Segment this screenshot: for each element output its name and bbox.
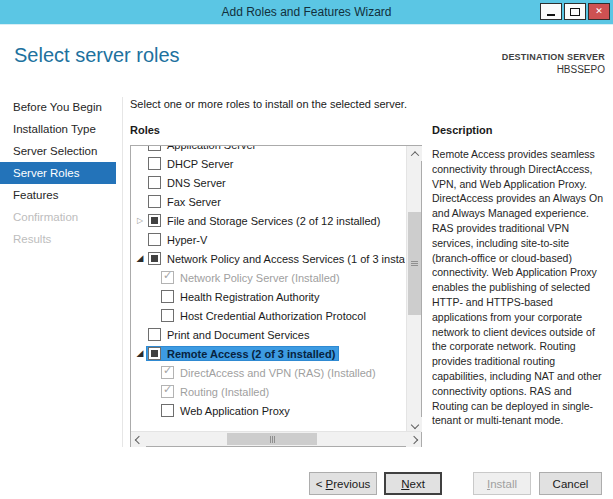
scroll-down-button[interactable]	[407, 417, 422, 432]
role-checkbox[interactable]	[148, 176, 161, 189]
role-label: Network Policy Server (Installed)	[180, 272, 340, 284]
destination-server-label: DESTINATION SERVER	[502, 52, 605, 62]
role-row[interactable]: DHCP Server	[131, 154, 405, 173]
chevron-right-icon	[409, 435, 417, 443]
close-button[interactable]: ✕	[588, 3, 610, 20]
scroll-grip-icon	[270, 436, 275, 443]
role-checkbox[interactable]	[148, 252, 161, 265]
role-row[interactable]: Routing (Installed)	[131, 382, 405, 401]
role-label: Network Policy and Access Services (1 of…	[167, 253, 405, 265]
role-checkbox[interactable]	[148, 347, 161, 360]
role-checkbox[interactable]	[148, 214, 161, 227]
sidebar-item-installation-type[interactable]: Installation Type	[0, 118, 122, 140]
maximize-button[interactable]	[564, 3, 586, 20]
role-label: DHCP Server	[167, 158, 233, 170]
role-row[interactable]: DNS Server	[131, 173, 405, 192]
role-label: Fax Server	[167, 196, 221, 208]
title-bar: Add Roles and Features Wizard ✕	[0, 0, 613, 25]
role-label: DirectAccess and VPN (RAS) (Installed)	[180, 367, 376, 379]
chevron-left-icon	[134, 435, 142, 443]
role-row[interactable]: ◢Network Policy and Access Services (1 o…	[131, 249, 405, 268]
horizontal-scrollbar[interactable]	[131, 431, 421, 446]
role-label: File and Storage Services (2 of 12 insta…	[167, 215, 380, 227]
role-checkbox[interactable]	[161, 290, 174, 303]
cancel-button[interactable]: Cancel	[539, 472, 602, 495]
role-row[interactable]: DirectAccess and VPN (RAS) (Installed)	[131, 363, 405, 382]
scroll-grip-icon	[411, 261, 418, 266]
roles-rows: Application ServerDHCP ServerDNS ServerF…	[131, 146, 405, 431]
description-label: Description	[432, 124, 493, 136]
role-label: Remote Access (2 of 3 installed)	[167, 348, 335, 360]
role-checkbox[interactable]	[148, 328, 161, 341]
sidebar-item-results: Results	[0, 228, 122, 250]
role-checkbox[interactable]	[161, 404, 174, 417]
role-checkbox[interactable]	[161, 385, 174, 398]
minimize-button[interactable]	[540, 3, 562, 20]
sidebar-divider	[122, 97, 123, 447]
close-icon: ✕	[595, 7, 603, 16]
role-row[interactable]: ▷File and Storage Services (2 of 12 inst…	[131, 211, 405, 230]
destination-server-value: HBSSEPO	[502, 64, 605, 75]
role-checkbox[interactable]	[148, 157, 161, 170]
role-label: Application Server	[167, 146, 256, 151]
collapse-arrow-icon[interactable]: ◢	[134, 344, 146, 363]
role-row[interactable]: Hyper-V	[131, 230, 405, 249]
collapse-arrow-icon[interactable]: ◢	[134, 249, 146, 268]
description-text: Remote Access provides seamless connecti…	[432, 147, 608, 428]
role-row[interactable]: Fax Server	[131, 192, 405, 211]
sidebar-item-confirmation: Confirmation	[0, 206, 122, 228]
role-row[interactable]: ◢Remote Access (2 of 3 installed)	[131, 344, 405, 363]
role-label: Host Credential Authorization Protocol	[180, 310, 366, 322]
role-row[interactable]: Host Credential Authorization Protocol	[131, 306, 405, 325]
role-checkbox[interactable]	[161, 271, 174, 284]
maximize-icon	[570, 8, 580, 16]
roles-list-label: Roles	[130, 124, 160, 136]
vertical-scrollbar[interactable]	[406, 146, 421, 432]
role-label: Print and Document Services	[167, 329, 309, 341]
role-row[interactable]: Health Registration Authority	[131, 287, 405, 306]
role-row[interactable]: Print and Document Services	[131, 325, 405, 344]
horizontal-scroll-thumb[interactable]	[227, 433, 317, 445]
role-checkbox[interactable]	[161, 366, 174, 379]
instruction-text: Select one or more roles to install on t…	[130, 98, 407, 110]
destination-server: DESTINATION SERVER HBSSEPO	[502, 52, 605, 75]
role-label: Health Registration Authority	[180, 291, 319, 303]
roles-list: Application ServerDHCP ServerDNS ServerF…	[130, 145, 422, 447]
role-checkbox[interactable]	[161, 309, 174, 322]
window-controls: ✕	[540, 3, 610, 20]
scroll-right-button[interactable]	[406, 432, 421, 447]
wizard-steps-sidebar: Before You BeginInstallation TypeServer …	[0, 96, 122, 250]
role-checkbox[interactable]	[148, 195, 161, 208]
role-row[interactable]: Network Policy Server (Installed)	[131, 268, 405, 287]
role-checkbox[interactable]	[148, 233, 161, 246]
chevron-up-icon	[410, 151, 418, 159]
sidebar-item-features[interactable]: Features	[0, 184, 122, 206]
role-checkbox[interactable]	[148, 146, 161, 151]
role-label: Hyper-V	[167, 234, 207, 246]
scroll-left-button[interactable]	[131, 432, 146, 447]
role-row[interactable]: Application Server	[131, 146, 405, 154]
role-label: Routing (Installed)	[180, 386, 269, 398]
role-label: Web Application Proxy	[180, 405, 290, 417]
role-label: DNS Server	[167, 177, 226, 189]
minimize-icon	[547, 14, 555, 16]
scroll-up-button[interactable]	[407, 146, 422, 161]
window-title: Add Roles and Features Wizard	[0, 0, 613, 24]
vertical-scroll-thumb[interactable]	[408, 212, 421, 315]
sidebar-item-server-selection[interactable]: Server Selection	[0, 140, 122, 162]
next-button[interactable]: Next	[384, 472, 442, 495]
chevron-down-icon	[410, 420, 418, 428]
page-title: Select server roles	[14, 44, 180, 67]
expand-arrow-icon[interactable]: ▷	[134, 211, 146, 230]
previous-button[interactable]: < Previous	[309, 472, 377, 495]
sidebar-item-before-you-begin[interactable]: Before You Begin	[0, 96, 122, 118]
sidebar-item-server-roles[interactable]: Server Roles	[0, 162, 116, 184]
install-button[interactable]: Install	[473, 472, 531, 495]
wizard-window: Add Roles and Features Wizard ✕ Select s…	[0, 0, 613, 499]
role-row[interactable]: Web Application Proxy	[131, 401, 405, 420]
